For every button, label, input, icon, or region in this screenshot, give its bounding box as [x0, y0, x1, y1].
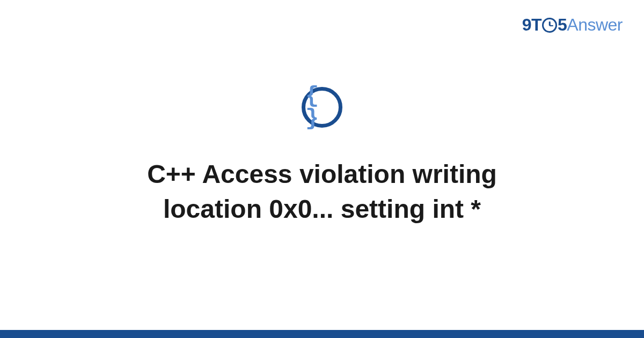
footer-accent-bar — [0, 330, 644, 338]
question-title: C++ Access violation writing location 0x… — [80, 157, 564, 227]
main-content: { } C++ Access violation writing locatio… — [0, 0, 644, 330]
code-braces-icon: { } — [305, 85, 339, 130]
category-icon-circle: { } — [302, 87, 342, 128]
